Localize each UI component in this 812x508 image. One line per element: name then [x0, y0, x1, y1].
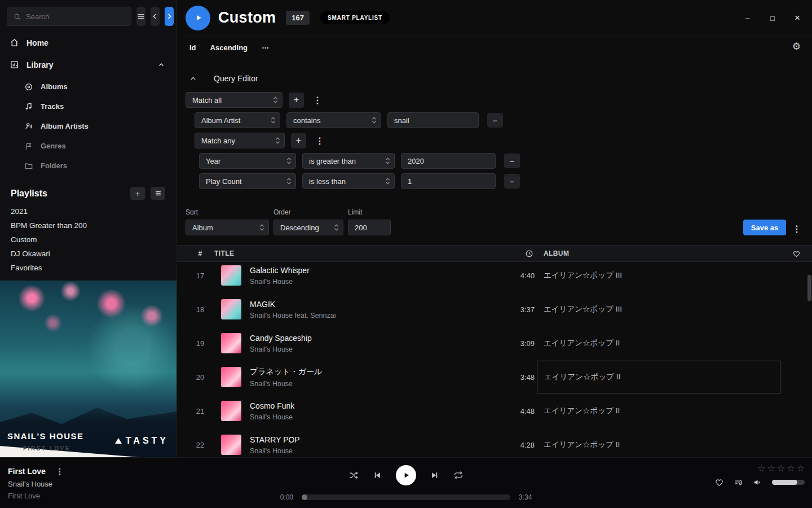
- sidebar-item-tracks[interactable]: Tracks: [0, 97, 176, 116]
- playlist-item[interactable]: BPM Greater than 200: [0, 218, 176, 233]
- shuffle-button[interactable]: [348, 470, 359, 480]
- add-group-rule-button[interactable]: +: [291, 133, 306, 148]
- track-title: プラネット・ガール: [250, 367, 322, 377]
- sidebar-item-genres[interactable]: Genres: [0, 136, 176, 156]
- previous-button[interactable]: [372, 470, 382, 480]
- volume-button[interactable]: [753, 478, 762, 487]
- rule-operator-select[interactable]: is greater than: [302, 153, 395, 169]
- menu-button[interactable]: [136, 7, 145, 26]
- rule-field-select[interactable]: Album Artist: [195, 112, 280, 128]
- star-icon[interactable]: ☆: [757, 464, 765, 473]
- sort-field-button[interactable]: Id: [189, 43, 196, 52]
- limit-input[interactable]: [348, 220, 391, 235]
- more-options-button[interactable]: ⋯: [262, 43, 269, 52]
- scrollbar-thumb[interactable]: [807, 275, 811, 301]
- star-icon[interactable]: ☆: [787, 464, 795, 473]
- playlist-item[interactable]: 2021: [0, 204, 176, 218]
- now-playing-album[interactable]: First Love: [8, 492, 67, 500]
- match-type-select[interactable]: Match all: [186, 92, 283, 108]
- table-row[interactable]: 21 Cosmo Funk Snail's House 4:48 エイリアン☆ポ…: [186, 394, 812, 428]
- rule-value-input[interactable]: [401, 153, 496, 169]
- track-menu-button[interactable]: ⋮: [53, 467, 67, 476]
- rule-value-input[interactable]: [401, 173, 496, 189]
- sort-direction-button[interactable]: Ascending: [210, 43, 248, 52]
- group-match-type-select[interactable]: Match any: [195, 133, 285, 148]
- seek-handle[interactable]: [302, 494, 307, 500]
- chevron-left-icon: [151, 12, 160, 21]
- search-input[interactable]: [26, 12, 125, 21]
- album-cell[interactable]: エイリアン☆ポップ III: [537, 293, 780, 326]
- album-cell[interactable]: エイリアン☆ポップ II: [537, 428, 780, 461]
- rule-operator-select[interactable]: is less than: [302, 173, 395, 189]
- star-icon[interactable]: ☆: [777, 464, 785, 473]
- sidebar-item-home[interactable]: Home: [0, 32, 176, 54]
- search-box[interactable]: [7, 7, 131, 26]
- play-playlist-button[interactable]: [186, 6, 210, 30]
- playlists-title: Playlists: [11, 189, 125, 199]
- now-playing-title[interactable]: First Love: [8, 467, 46, 476]
- table-row[interactable]: 17 Galactic Whisper Snail's House 4:40 エ…: [186, 262, 812, 292]
- album-column-header[interactable]: ALBUM: [544, 249, 780, 257]
- order-select[interactable]: Descending: [273, 220, 343, 235]
- rule-value-input[interactable]: [387, 112, 479, 128]
- chevron-up-icon[interactable]: [157, 61, 165, 69]
- favorite-button[interactable]: [714, 478, 724, 487]
- sort-select[interactable]: Album: [186, 220, 269, 235]
- remove-rule-button[interactable]: −: [487, 113, 503, 128]
- album-cell[interactable]: エイリアン☆ポップ II: [537, 327, 780, 360]
- save-as-button[interactable]: Save as: [743, 220, 786, 235]
- add-rule-button[interactable]: +: [289, 93, 304, 108]
- album-art-title: FIRST LOVE: [23, 445, 70, 452]
- star-icon[interactable]: ☆: [797, 464, 805, 473]
- artist-icon: [24, 122, 33, 131]
- rule-field-select[interactable]: Play Count: [199, 173, 296, 189]
- remove-rule-button[interactable]: −: [504, 154, 520, 168]
- table-row[interactable]: 18 MAGIK Snail's House feat. Sennzai 3:3…: [186, 292, 812, 326]
- table-row[interactable]: 22 STARRY POP Snail's House 4:28 エイリアン☆ポ…: [186, 428, 812, 462]
- queue-button[interactable]: [734, 478, 743, 487]
- playlist-list-button[interactable]: [151, 187, 165, 200]
- duration-column-header[interactable]: [500, 249, 544, 258]
- add-playlist-button[interactable]: +: [130, 187, 145, 200]
- sidebar-item-folders[interactable]: Folders: [0, 156, 176, 176]
- favorite-column-header[interactable]: [780, 249, 812, 258]
- album-cell[interactable]: エイリアン☆ポップ II: [537, 361, 780, 393]
- rule-operator-select[interactable]: contains: [286, 112, 381, 128]
- window-controls: − □ ×: [735, 7, 810, 29]
- remove-rule-button[interactable]: −: [504, 174, 520, 189]
- sidebar-item-library[interactable]: Library: [0, 54, 176, 76]
- close-button[interactable]: ×: [785, 7, 810, 29]
- sidebar-item-albums[interactable]: Albums: [0, 77, 176, 97]
- playlist-item[interactable]: DJ Okawari: [0, 247, 176, 261]
- next-button[interactable]: [430, 470, 440, 480]
- star-icon[interactable]: ☆: [767, 464, 775, 473]
- sidebar-item-album-artists[interactable]: Album Artists: [0, 116, 176, 136]
- album-cell[interactable]: エイリアン☆ポップ III: [537, 262, 780, 292]
- clock-icon: [525, 249, 533, 258]
- play-pause-button[interactable]: [396, 465, 416, 485]
- table-row[interactable]: 20 プラネット・ガール Snail's House 3:48 エイリアン☆ポッ…: [186, 360, 812, 394]
- forward-button[interactable]: [165, 7, 174, 26]
- settings-gear-icon[interactable]: ⚙: [792, 41, 801, 52]
- seek-slider[interactable]: [302, 494, 510, 500]
- playlist-item[interactable]: Favorites: [0, 261, 176, 275]
- maximize-button[interactable]: □: [760, 7, 785, 29]
- sort-order-limit-row: Sort Album Order Descending Limit Save a…: [177, 194, 812, 235]
- minimize-button[interactable]: −: [735, 7, 760, 29]
- repeat-button[interactable]: [453, 470, 464, 480]
- now-playing-artist[interactable]: Snail's House: [8, 480, 67, 488]
- rule-options-button[interactable]: ⋮: [310, 95, 325, 106]
- track-text: MAGIK Snail's House feat. Sennzai: [250, 300, 336, 319]
- album-cell[interactable]: エイリアン☆ポップ II: [537, 395, 780, 427]
- back-button[interactable]: [151, 7, 160, 26]
- track-index: 18: [186, 305, 214, 314]
- playlist-item[interactable]: Custom: [0, 233, 176, 247]
- index-column-header[interactable]: #: [186, 249, 214, 257]
- volume-slider[interactable]: [772, 480, 805, 485]
- collapse-chevron-icon[interactable]: [189, 75, 197, 83]
- rule-field-select[interactable]: Year: [199, 153, 296, 169]
- table-row[interactable]: 19 Candy Spaceship Snail's House 3:09 エイ…: [186, 326, 812, 360]
- group-options-button[interactable]: ⋮: [312, 135, 327, 146]
- title-column-header[interactable]: TITLE: [214, 249, 500, 257]
- save-options-button[interactable]: ⋮: [789, 224, 804, 234]
